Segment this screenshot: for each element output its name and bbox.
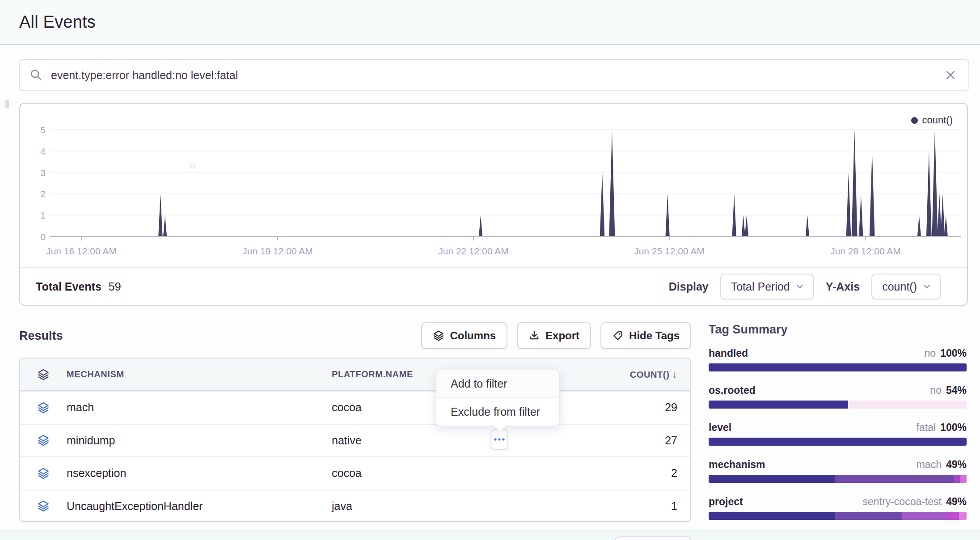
table-body: machcocoa29minidumpnative27nsexceptionco…	[20, 391, 690, 522]
events-spike-chart[interactable]: 543210Jun 16 12:00 AMJun 19 12:00 AMJun …	[20, 104, 967, 265]
tag-bar-segment[interactable]	[709, 475, 835, 483]
table-row[interactable]: minidumpnative27	[20, 424, 690, 457]
mechanism-cell[interactable]: minidump	[67, 434, 332, 447]
tag-bar-segment[interactable]	[959, 512, 967, 520]
tag-top-value: fatal	[917, 422, 936, 434]
chevron-down-icon	[796, 284, 803, 289]
search-icon	[30, 68, 43, 82]
columns-button[interactable]: Columns	[421, 322, 507, 349]
page-header: All Events	[0, 0, 980, 45]
tag-name: level	[709, 422, 731, 434]
column-header-mechanism[interactable]: MECHANISM	[67, 369, 332, 380]
tag-bar-segment[interactable]	[960, 475, 967, 483]
display-label: Display	[669, 280, 709, 293]
row-stack-icon-cell	[20, 401, 67, 414]
page-title: All Events	[19, 13, 96, 32]
hide-tags-button-label: Hide Tags	[629, 329, 680, 342]
tag-distribution-bar[interactable]	[709, 475, 967, 483]
tag-distribution-bar[interactable]	[709, 512, 967, 520]
clear-search-icon[interactable]	[944, 69, 957, 81]
x-axis-tick-label: Jun 16 12:00 AM	[46, 246, 117, 256]
count-header-label: COUNT()	[630, 370, 670, 380]
stack-icon	[37, 434, 50, 447]
mechanism-cell[interactable]: UncaughtExceptionHandler	[67, 500, 332, 513]
tag-name: handled	[709, 347, 748, 359]
count-cell[interactable]: 27	[520, 434, 690, 447]
platform-cell[interactable]: cocoa	[332, 467, 520, 480]
table-row[interactable]: machcocoa29	[20, 391, 690, 424]
tag-bar-segment[interactable]	[709, 401, 848, 409]
tag-bar-segment[interactable]	[709, 363, 967, 371]
tag-entry: mechanismmach49%	[709, 459, 967, 483]
gridlines: 543210	[40, 125, 961, 242]
tag-icon	[612, 330, 624, 342]
x-axis-tick-label: Jun 19 12:00 AM	[242, 246, 313, 256]
mechanism-cell[interactable]: mach	[67, 401, 332, 414]
panel-drag-handle[interactable]	[5, 100, 9, 108]
pagination-buttons-partial[interactable]	[615, 536, 691, 540]
download-icon	[528, 330, 540, 342]
tag-top-percent: 54%	[946, 384, 967, 397]
chart-footer: Total Events 59 Display Total Period Y-A…	[20, 267, 967, 305]
x-axis: Jun 16 12:00 AMJun 19 12:00 AMJun 22 12:…	[46, 236, 961, 256]
table-row[interactable]: nsexceptioncocoa2	[20, 456, 690, 489]
tag-top-percent: 49%	[946, 459, 967, 471]
total-events-value: 59	[109, 280, 121, 293]
count-cell[interactable]: 2	[520, 467, 690, 480]
export-button[interactable]: Export	[517, 322, 591, 349]
platform-cell[interactable]: java	[332, 500, 520, 513]
tag-bar-segment[interactable]	[709, 438, 967, 446]
results-toolbar: Columns Export Hide Tags	[421, 322, 691, 349]
y-axis-tick-label: 1	[40, 210, 46, 220]
tag-bar-segment[interactable]	[902, 512, 946, 520]
tag-distribution-bar[interactable]	[709, 401, 967, 409]
y-axis-select[interactable]: count()	[871, 274, 941, 300]
results-heading: Results	[19, 329, 63, 343]
y-axis-tick-label: 5	[40, 125, 46, 135]
search-input[interactable]: event.type:error handled:no level:fatal	[51, 69, 238, 82]
tag-entry: projectsentry-cocoa-test49%	[709, 496, 967, 520]
row-stack-icon-cell	[20, 467, 67, 480]
y-axis-label: Y-Axis	[826, 280, 860, 293]
display-select[interactable]: Total Period	[720, 274, 814, 300]
stack-icon	[37, 467, 50, 480]
table-header-row: MECHANISM PLATFORM.NAME COUNT()↓	[20, 359, 690, 391]
tag-bar-segment[interactable]	[835, 512, 902, 520]
chevron-down-icon	[923, 284, 930, 289]
tag-top-percent: 100%	[940, 347, 967, 359]
y-axis-tick-label: 0	[40, 232, 46, 242]
tag-top-value: mach	[917, 459, 942, 471]
count-cell[interactable]: 1	[520, 500, 690, 513]
sort-desc-icon: ↓	[672, 369, 677, 380]
chart-legend[interactable]: count()	[911, 114, 953, 126]
tag-entry: handledno100%	[709, 347, 967, 371]
tag-distribution-bar[interactable]	[709, 363, 967, 371]
y-axis-tick-label: 3	[40, 168, 46, 178]
x-axis-tick-label: Jun 25 12:00 AM	[634, 246, 705, 256]
export-button-label: Export	[545, 329, 579, 342]
stack-column-icon[interactable]	[20, 368, 67, 381]
tag-top-percent: 49%	[946, 496, 967, 508]
total-events-label: Total Events	[36, 280, 101, 293]
y-axis-tick-label: 4	[40, 146, 46, 156]
ellipsis-icon	[494, 438, 505, 441]
tag-summary-heading: Tag Summary	[709, 323, 967, 337]
tag-bar-segment[interactable]	[709, 512, 835, 520]
tag-bar-segment[interactable]	[835, 475, 954, 483]
tag-entry: levelfatal100%	[709, 422, 967, 446]
tag-top-percent: 100%	[940, 422, 967, 434]
tag-bar-segment[interactable]	[954, 475, 960, 483]
table-row[interactable]: UncaughtExceptionHandlerjava1	[20, 489, 690, 523]
tag-bar-segment[interactable]	[946, 512, 959, 520]
layers-icon	[433, 330, 444, 342]
hide-tags-button[interactable]: Hide Tags	[600, 322, 691, 349]
count-series	[158, 130, 948, 236]
tag-distribution-bar[interactable]	[709, 438, 967, 446]
mechanism-cell[interactable]: nsexception	[67, 467, 332, 480]
legend-dot-icon	[911, 117, 918, 124]
total-events: Total Events 59	[36, 280, 121, 293]
search-bar[interactable]: event.type:error handled:no level:fatal	[19, 59, 969, 91]
menu-item-add-to-filter[interactable]: Add to filter	[436, 370, 559, 397]
tag-bar-segment[interactable]	[848, 401, 967, 409]
legend-label: count()	[922, 114, 953, 126]
